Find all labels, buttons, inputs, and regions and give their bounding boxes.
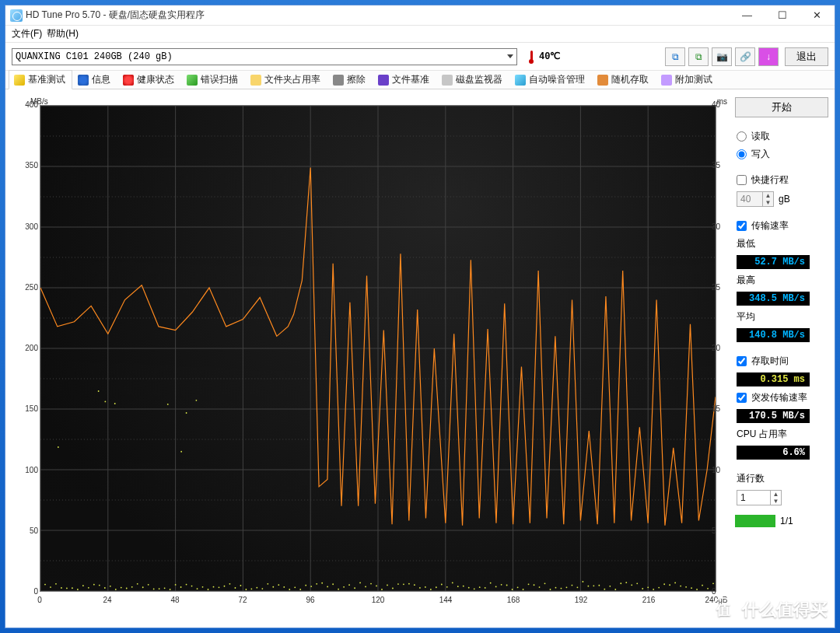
tab-info[interactable]: 信息: [72, 70, 117, 89]
access-checkbox[interactable]: [737, 356, 747, 366]
menu-help[interactable]: 帮助(H): [47, 27, 79, 40]
svg-point-89: [376, 586, 377, 587]
svg-point-97: [419, 587, 421, 589]
side-panel: 开始 读取 写入 快捷行程 40 ▲▼ gB 传输速率 最低 52.7 MB/s…: [735, 97, 828, 621]
svg-point-47: [148, 584, 149, 586]
burst-checkbox[interactable]: [737, 393, 747, 403]
tab-aam[interactable]: 自动噪音管理: [509, 70, 592, 89]
check-transfer-rate[interactable]: 传输速率: [735, 219, 828, 233]
y-right-tick: 40: [712, 100, 727, 109]
svg-point-76: [305, 585, 306, 586]
svg-point-59: [213, 586, 215, 588]
x-tick: 120: [372, 596, 385, 604]
label-max: 最高: [735, 274, 828, 287]
x-tick: 48: [170, 596, 179, 604]
tab-folder-usage[interactable]: 文件夹占用率: [245, 70, 327, 89]
spin-down-icon[interactable]: ▼: [771, 498, 781, 505]
svg-point-146: [685, 586, 687, 588]
svg-point-125: [572, 585, 573, 586]
svg-point-108: [479, 586, 481, 588]
svg-point-49: [159, 588, 160, 589]
svg-point-138: [642, 588, 643, 589]
start-button[interactable]: 开始: [735, 97, 828, 117]
radio-write[interactable]: 写入: [735, 148, 828, 161]
svg-point-58: [208, 589, 209, 590]
minimize-button[interactable]: —: [730, 5, 765, 25]
menu-file[interactable]: 文件(F): [12, 27, 42, 40]
x-tick: 168: [507, 596, 520, 604]
svg-point-48: [153, 588, 155, 589]
svg-point-38: [99, 585, 100, 586]
menubar: 文件(F) 帮助(H): [5, 26, 835, 43]
svg-point-118: [534, 584, 535, 586]
svg-point-129: [593, 585, 594, 586]
thermometer-icon: [527, 50, 536, 64]
tab-benchmark[interactable]: 基准测试: [9, 70, 72, 89]
tab-disk-monitor[interactable]: 磁盘监视器: [436, 70, 509, 89]
titlebar: HD Tune Pro 5.70 - 硬盘/固态硬盘实用程序 — ☐ ✕: [5, 5, 835, 26]
svg-point-86: [359, 582, 361, 583]
svg-point-50: [164, 587, 166, 589]
svg-point-32: [66, 588, 68, 589]
maximize-button[interactable]: ☐: [765, 5, 800, 25]
write-radio[interactable]: [737, 149, 747, 159]
short-stroke-checkbox[interactable]: [737, 175, 747, 185]
tab-file-benchmark[interactable]: 文件基准: [373, 70, 436, 89]
svg-point-34: [77, 589, 79, 590]
svg-point-158: [58, 446, 59, 448]
read-radio[interactable]: [737, 131, 747, 142]
device-toolbar: QUANXING C101 240GB (240 gB) 40℃ ⧉ ⧉ 📷 🔗…: [5, 43, 835, 71]
svg-point-126: [577, 586, 579, 588]
y-left-tick: 350: [16, 161, 38, 170]
svg-point-33: [72, 587, 73, 589]
svg-point-117: [528, 583, 530, 585]
svg-point-95: [408, 583, 410, 585]
tab-random-access[interactable]: 随机存取: [592, 70, 656, 89]
app-icon: [10, 9, 23, 22]
y-right-tick: 15: [712, 404, 727, 413]
y-right-tick: 0: [712, 587, 727, 596]
refresh-button[interactable]: 🔗: [735, 47, 755, 66]
download-button[interactable]: ↓: [758, 47, 779, 66]
tab-additional-tests[interactable]: 附加测试: [656, 70, 719, 89]
svg-point-80: [327, 586, 328, 587]
watermark: 值 什么值得买: [711, 597, 828, 622]
svg-point-103: [452, 582, 453, 584]
passes-spin[interactable]: 1 ▲▼: [737, 490, 782, 505]
screenshot-button[interactable]: 📷: [712, 47, 732, 66]
pass-progress-text: 1/1: [780, 516, 793, 526]
check-burst-rate[interactable]: 突发传输速率: [735, 391, 828, 404]
svg-point-92: [392, 588, 394, 589]
tab-error-scan[interactable]: 错误扫描: [181, 70, 245, 89]
svg-point-104: [457, 586, 459, 587]
transfer-checkbox[interactable]: [737, 221, 747, 231]
benchmark-icon: [14, 75, 25, 86]
svg-point-124: [566, 586, 568, 588]
check-access-time[interactable]: 存取时间: [735, 355, 828, 368]
svg-point-56: [197, 588, 198, 589]
tab-health[interactable]: 健康状态: [117, 70, 181, 89]
svg-point-155: [180, 451, 182, 453]
check-short-stroke[interactable]: 快捷行程: [735, 173, 828, 187]
svg-point-78: [316, 583, 317, 585]
svg-point-145: [680, 586, 681, 587]
svg-point-101: [441, 584, 443, 586]
drive-select[interactable]: QUANXING C101 240GB (240 gB): [12, 48, 517, 65]
radio-read[interactable]: 读取: [735, 130, 828, 143]
svg-point-31: [61, 587, 62, 589]
svg-point-70: [272, 586, 274, 588]
svg-point-140: [653, 589, 654, 590]
stat-max: 348.5 MB/s: [737, 292, 810, 306]
spin-up-icon[interactable]: ▲: [771, 491, 781, 498]
svg-point-36: [88, 587, 89, 589]
exit-button[interactable]: 退出: [785, 47, 828, 66]
save-report-button[interactable]: ⧉: [688, 47, 709, 66]
svg-point-29: [50, 586, 51, 588]
copy-info-button[interactable]: ⧉: [665, 47, 685, 66]
erase-icon: [333, 75, 344, 86]
tab-erase[interactable]: 擦除: [327, 70, 373, 89]
svg-point-61: [224, 586, 226, 587]
label-passes: 通行数: [735, 472, 828, 485]
svg-point-119: [539, 586, 541, 588]
close-button[interactable]: ✕: [800, 5, 835, 25]
